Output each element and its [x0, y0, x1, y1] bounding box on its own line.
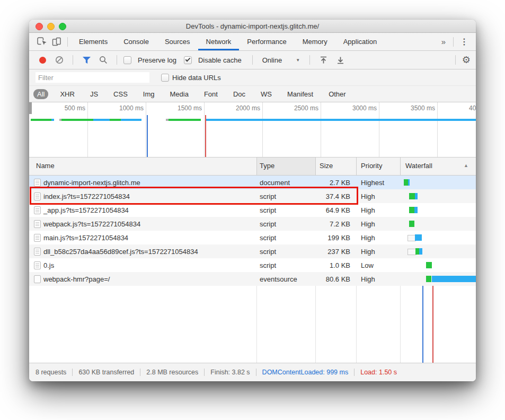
- window-title: DevTools - dynamic-import-nextjs.glitch.…: [186, 22, 319, 30]
- disable-cache-checkbox[interactable]: [184, 56, 192, 64]
- filter-input[interactable]: [36, 72, 149, 83]
- column-divider[interactable]: [356, 158, 357, 175]
- overview-waterfall-bar: [51, 119, 54, 121]
- waterfall-bar: [404, 179, 408, 186]
- file-icon: [34, 220, 41, 228]
- column-header-waterfall[interactable]: Waterfall: [405, 162, 432, 170]
- request-name: dll_b58c257da4aa56d89cef.js?ts=157227105…: [43, 248, 198, 256]
- filter-icon[interactable]: [79, 54, 93, 66]
- timeline-tick-label: 1000 ms: [107, 104, 144, 112]
- timeline-gridline: [146, 102, 146, 157]
- disable-cache-label: Disable cache: [198, 56, 242, 64]
- overview-waterfall-bar: [61, 119, 93, 121]
- request-name: webpack.js?ts=1572271054834: [43, 220, 140, 228]
- timeline-tick-label: 4000 ms: [456, 104, 476, 112]
- type-filter-manifest[interactable]: Manifest: [283, 89, 317, 99]
- type-filter-doc[interactable]: Doc: [229, 89, 249, 99]
- status-item: DOMContentLoaded: 999 ms: [262, 369, 349, 376]
- table-row[interactable]: main.js?ts=1572271054834script199 KBHigh: [29, 231, 476, 244]
- timeline-gridline: [87, 102, 88, 157]
- panel-tabs: ElementsConsoleSourcesNetworkPerformance…: [71, 33, 385, 50]
- overview-waterfall-bar: [93, 119, 110, 121]
- table-row[interactable]: _app.js?ts=1572271054834script64.9 KBHig…: [29, 203, 476, 217]
- file-icon: [34, 206, 41, 214]
- load-event-line: [205, 115, 206, 157]
- waterfall-bar: [415, 234, 422, 241]
- more-tabs-icon[interactable]: »: [441, 38, 446, 46]
- column-divider[interactable]: [315, 158, 316, 175]
- timeline-tick-label: 500 ms: [48, 104, 85, 112]
- waterfall-bar: [432, 276, 476, 282]
- search-icon[interactable]: [96, 54, 110, 66]
- column-header-priority[interactable]: Priority: [361, 162, 382, 170]
- hide-data-urls-label: Hide data URLs: [172, 74, 221, 82]
- request-priority: High: [361, 275, 375, 283]
- device-toolbar-icon[interactable]: [49, 35, 64, 49]
- type-filter-font[interactable]: Font: [200, 89, 222, 99]
- request-size: 64.9 KB: [315, 206, 350, 214]
- overview-waterfall-bar: [31, 119, 51, 121]
- gear-icon[interactable]: ⚙: [462, 55, 471, 65]
- type-filter-ws[interactable]: WS: [257, 89, 276, 99]
- request-priority: High: [361, 220, 375, 228]
- throttling-value: Online: [262, 56, 282, 64]
- request-type: script: [260, 261, 276, 269]
- request-table-body: dynamic-import-nextjs.glitch.medocument2…: [29, 176, 476, 363]
- preserve-log-checkbox[interactable]: [123, 56, 131, 64]
- type-filter-js[interactable]: JS: [86, 89, 102, 99]
- column-header-size[interactable]: Size: [320, 162, 333, 170]
- clear-icon[interactable]: [52, 54, 66, 66]
- column-header-name[interactable]: Name: [36, 162, 55, 170]
- request-priority: High: [361, 192, 375, 200]
- throttling-select[interactable]: Online ▼: [259, 56, 304, 64]
- type-filter-other[interactable]: Other: [325, 89, 350, 99]
- import-har-icon[interactable]: [316, 54, 330, 66]
- filter-row: Hide data URLs: [29, 69, 476, 86]
- network-overview-timeline[interactable]: 500 ms1000 ms1500 ms2000 ms2500 ms3000 m…: [29, 102, 476, 158]
- tab-elements[interactable]: Elements: [71, 33, 116, 50]
- tab-sources[interactable]: Sources: [157, 33, 198, 50]
- tab-network[interactable]: Network: [198, 33, 240, 50]
- table-row[interactable]: webpack.js?ts=1572271054834script7.2 KBH…: [29, 217, 476, 231]
- timeline-tick-label: 3500 ms: [398, 104, 435, 112]
- request-type: script: [260, 206, 276, 214]
- table-row[interactable]: 0.jsscript1.0 KBLow: [29, 258, 476, 272]
- column-header-type[interactable]: Type: [260, 162, 274, 170]
- column-divider[interactable]: [256, 158, 257, 175]
- hide-data-urls-checkbox[interactable]: [161, 74, 169, 82]
- kebab-menu-icon[interactable]: ⋮: [460, 38, 468, 46]
- zoom-window-button[interactable]: [59, 23, 66, 30]
- table-row[interactable]: dll_b58c257da4aa56d89cef.js?ts=157227105…: [29, 244, 476, 258]
- timeline-gridline: [379, 102, 379, 157]
- type-filter-css[interactable]: CSS: [110, 89, 131, 99]
- inspect-element-icon[interactable]: [34, 35, 49, 49]
- type-filter-media[interactable]: Media: [166, 89, 192, 99]
- divider: [252, 55, 253, 65]
- waterfall-bar: [409, 207, 414, 213]
- export-har-icon[interactable]: [333, 54, 347, 66]
- tab-console[interactable]: Console: [116, 33, 157, 50]
- timeline-gridline: [262, 102, 263, 157]
- close-window-button[interactable]: [36, 23, 43, 30]
- timeline-gridline: [204, 102, 205, 157]
- overview-handle[interactable]: [29, 102, 32, 114]
- request-size: 1.0 KB: [315, 261, 350, 269]
- request-size: 237 KB: [315, 248, 350, 256]
- request-table-header: Name Type Size Priority Waterfall ▲: [29, 158, 476, 176]
- tab-memory[interactable]: Memory: [295, 33, 335, 50]
- divider: [455, 55, 456, 65]
- type-filter-xhr[interactable]: XHR: [56, 89, 78, 99]
- divider: [453, 37, 454, 47]
- tab-performance[interactable]: Performance: [239, 33, 294, 50]
- waterfall-bar: [409, 221, 414, 227]
- waterfall-bar: [409, 193, 415, 199]
- table-row[interactable]: webpack-hmr?page=/eventsource80.6 KBHigh: [29, 272, 476, 286]
- request-size: 7.2 KB: [315, 220, 350, 228]
- type-filter-img[interactable]: Img: [139, 89, 158, 99]
- record-network-log-button[interactable]: [36, 54, 49, 66]
- request-priority: Low: [361, 261, 374, 269]
- minimize-window-button[interactable]: [47, 23, 55, 30]
- type-filter-all[interactable]: All: [33, 89, 48, 99]
- tab-application[interactable]: Application: [335, 33, 385, 50]
- column-divider[interactable]: [400, 158, 401, 175]
